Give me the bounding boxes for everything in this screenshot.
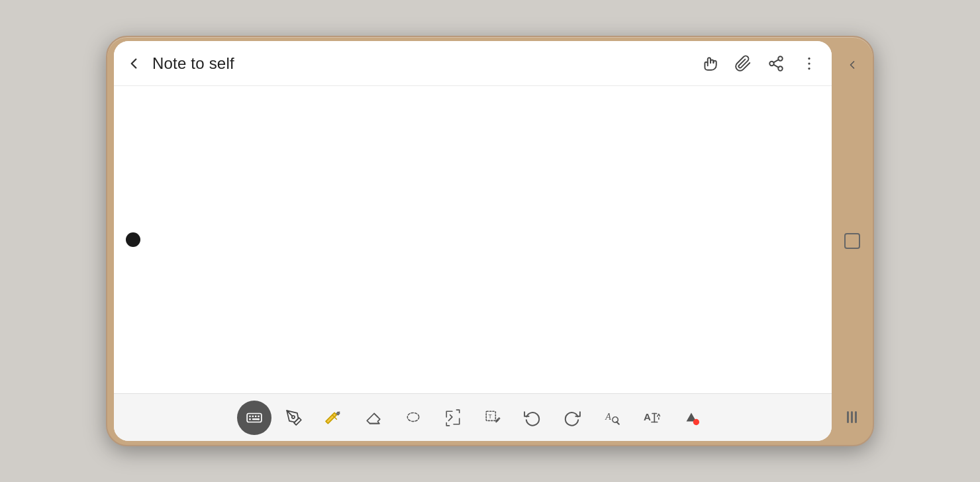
home-square-icon <box>844 233 860 249</box>
lasso-tool-button[interactable] <box>396 401 430 435</box>
finger-draw-icon[interactable] <box>699 53 720 74</box>
color-fill-button[interactable] <box>674 401 709 435</box>
top-bar: Note to self <box>114 41 832 86</box>
attach-icon[interactable] <box>732 53 754 74</box>
share-icon[interactable] <box>765 53 787 74</box>
pen-tool-button[interactable] <box>277 401 311 435</box>
smart-select-tool-button[interactable] <box>436 401 470 435</box>
eraser-tool-button[interactable] <box>356 401 391 435</box>
bottom-toolbar: T <box>114 393 832 441</box>
page-title: Note to self <box>152 54 234 73</box>
svg-line-4 <box>773 60 778 62</box>
side-back-button[interactable] <box>842 54 863 75</box>
svg-point-6 <box>808 62 810 64</box>
svg-point-7 <box>808 67 810 69</box>
screen: Note to self <box>114 41 832 441</box>
svg-point-5 <box>808 57 810 59</box>
svg-text:A: A <box>605 411 611 422</box>
side-recents-button[interactable] <box>842 407 863 428</box>
undo-button[interactable] <box>515 401 550 435</box>
redo-button[interactable] <box>555 401 589 435</box>
svg-line-3 <box>773 64 778 67</box>
svg-point-20 <box>407 412 418 421</box>
text-action-tool-button[interactable]: T <box>475 401 510 435</box>
svg-text:T: T <box>489 413 493 420</box>
top-bar-left: Note to self <box>122 52 234 75</box>
svg-line-24 <box>616 421 619 424</box>
device-frame: Note to self <box>106 36 874 446</box>
keyboard-tool-button[interactable] <box>237 401 271 435</box>
text-size-button[interactable]: A <box>634 401 669 435</box>
canvas-area[interactable] <box>114 86 832 393</box>
svg-point-16 <box>292 415 295 418</box>
svg-text:A: A <box>644 411 651 422</box>
spell-check-button[interactable]: A <box>595 401 629 435</box>
top-bar-actions <box>699 53 820 74</box>
more-options-icon[interactable] <box>799 53 820 74</box>
svg-rect-8 <box>247 413 262 422</box>
svg-point-31 <box>693 418 699 424</box>
side-panel <box>834 41 870 441</box>
back-button[interactable] <box>122 52 146 75</box>
highlighter-tool-button[interactable] <box>317 401 351 435</box>
stylus-cursor <box>126 232 140 247</box>
recents-lines-icon <box>847 411 857 423</box>
side-home-button[interactable] <box>842 230 863 252</box>
device-wrapper: Note to self <box>93 16 887 466</box>
